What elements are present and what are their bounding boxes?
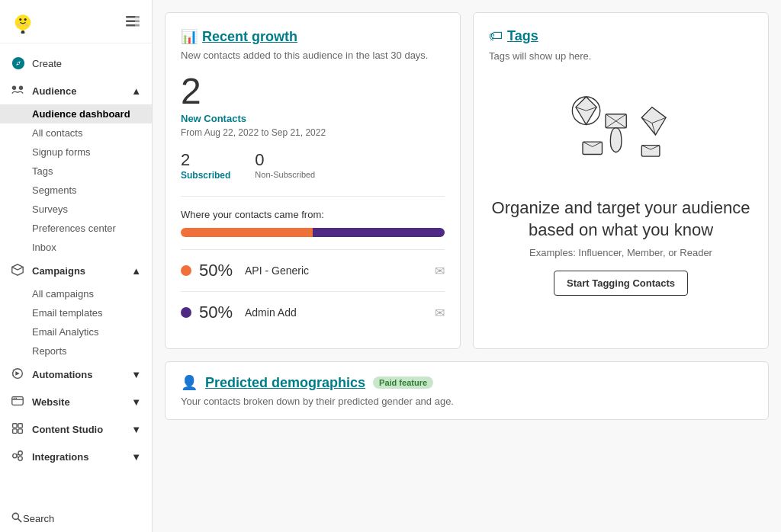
svg-point-18 xyxy=(14,398,15,399)
audience-chevron-icon: ▲ xyxy=(131,85,141,97)
campaigns-icon xyxy=(11,263,26,278)
sidebar-item-signup-forms[interactable]: Signup forms xyxy=(0,143,152,162)
svg-point-19 xyxy=(15,398,17,399)
recent-growth-title[interactable]: Recent growth xyxy=(202,29,297,45)
send-icon-admin[interactable]: ✉ xyxy=(435,306,445,320)
source-pct-admin: 50% xyxy=(199,303,237,322)
search-label: Search xyxy=(23,513,54,524)
tags-title-row: 🏷 Tags xyxy=(489,28,753,44)
sidebar-item-create[interactable]: Create xyxy=(0,50,152,77)
sidebar-section-campaigns[interactable]: Campaigns ▲ xyxy=(0,257,152,284)
campaigns-submenu: All campaigns Email templates Email Anal… xyxy=(0,284,152,361)
svg-rect-23 xyxy=(18,429,22,433)
send-icon-api[interactable]: ✉ xyxy=(435,264,445,278)
source-rows: 50% API - Generic ✉ 50% Admin Add ✉ xyxy=(181,249,445,333)
sidebar-section-integrations[interactable]: Integrations ▼ xyxy=(0,443,152,470)
non-subscribed-stat: 0 Non-Subscribed xyxy=(255,150,315,181)
sidebar-item-tags[interactable]: Tags xyxy=(0,162,152,181)
predicted-demographics-card: 👤 Predicted demographics Paid feature Yo… xyxy=(165,361,769,420)
non-subscribed-count: 0 xyxy=(255,150,315,170)
svg-point-24 xyxy=(13,453,17,457)
svg-rect-22 xyxy=(13,429,17,433)
new-contacts-label: New Contacts xyxy=(181,113,445,124)
sidebar-item-email-analytics[interactable]: Email Analytics xyxy=(0,322,152,341)
website-icon xyxy=(11,394,26,409)
source-row-admin: 50% Admin Add ✉ xyxy=(181,291,445,333)
sidebar-section-automations[interactable]: Automations ▼ xyxy=(0,361,152,388)
source-pct-api: 50% xyxy=(199,261,237,280)
audience-section-label: Audience xyxy=(32,85,77,97)
svg-point-7 xyxy=(21,30,25,34)
contacts-source-progress-bar xyxy=(181,228,445,237)
tags-promo-sub: Examples: Influencer, Member, or Reader xyxy=(489,247,753,258)
svg-point-4 xyxy=(18,24,21,26)
sidebar-section-website[interactable]: Website ▼ xyxy=(0,388,152,415)
tags-title[interactable]: Tags xyxy=(507,28,538,44)
sidebar-header xyxy=(0,0,152,43)
sidebar-item-inbox[interactable]: Inbox xyxy=(0,238,152,257)
svg-rect-14 xyxy=(12,86,16,90)
bar-chart-icon: 📊 xyxy=(181,28,198,45)
sidebar-item-all-contacts[interactable]: All contacts xyxy=(0,123,152,143)
predicted-demographics-title-row: 👤 Predicted demographics Paid feature xyxy=(181,374,753,391)
sidebar-section-content-studio[interactable]: Content Studio ▼ xyxy=(0,415,152,443)
predicted-demographics-subtitle: Your contacts broken down by their predi… xyxy=(181,396,753,407)
growth-divider xyxy=(181,196,445,197)
source-dot-purple xyxy=(181,307,191,318)
svg-point-25 xyxy=(18,451,22,455)
sidebar-item-all-campaigns[interactable]: All campaigns xyxy=(0,284,152,303)
tag-icon: 🏷 xyxy=(489,28,503,44)
source-name-admin: Admin Add xyxy=(245,306,427,319)
source-name-api: API - Generic xyxy=(245,264,427,277)
website-section-label: Website xyxy=(32,396,70,408)
new-contacts-big-number: 2 xyxy=(181,73,445,110)
sidebar-item-surveys[interactable]: Surveys xyxy=(0,200,152,219)
content-studio-chevron-icon: ▼ xyxy=(131,424,141,435)
demographics-icon: 👤 xyxy=(181,374,198,391)
sidebar-search[interactable]: Search xyxy=(0,505,152,532)
subscribed-label: Subscribed xyxy=(181,170,230,181)
automations-icon xyxy=(11,367,26,382)
search-icon xyxy=(11,511,23,526)
source-dot-orange xyxy=(181,265,191,276)
recent-growth-title-row: 📊 Recent growth xyxy=(181,28,445,45)
growth-stats-row: 2 Subscribed 0 Non-Subscribed xyxy=(181,150,445,181)
sidebar-navigation: Create Audience ▲ Audience dashboard All… xyxy=(0,43,152,505)
sidebar-item-audience-dashboard[interactable]: Audience dashboard xyxy=(0,104,152,123)
contacts-from-label: Where your contacts came from: xyxy=(181,209,445,220)
subscribed-count: 2 xyxy=(181,150,230,170)
recent-growth-subtitle: New contacts added to this audience in t… xyxy=(181,50,445,61)
sidebar-toggle-button[interactable] xyxy=(124,14,141,28)
sidebar-item-email-templates[interactable]: Email templates xyxy=(0,303,152,322)
content-studio-icon xyxy=(11,421,26,437)
audience-icon xyxy=(11,83,26,98)
main-content: 📊 Recent growth New contacts added to th… xyxy=(153,0,781,532)
create-label: Create xyxy=(32,58,141,69)
tags-promo-text: Organize and target your audience based … xyxy=(489,197,753,241)
svg-point-2 xyxy=(19,18,21,21)
sidebar-item-preferences-center[interactable]: Preferences center xyxy=(0,219,152,238)
sidebar-item-segments[interactable]: Segments xyxy=(0,181,152,200)
svg-point-26 xyxy=(18,457,22,460)
non-subscribed-label: Non-Subscribed xyxy=(255,170,315,179)
tags-illustration xyxy=(489,74,753,188)
campaigns-section-label: Campaigns xyxy=(32,265,85,277)
integrations-icon xyxy=(11,449,26,464)
mailchimp-logo xyxy=(11,9,35,34)
integrations-chevron-icon: ▼ xyxy=(131,451,141,463)
svg-rect-31 xyxy=(641,146,660,157)
subscribed-stat: 2 Subscribed xyxy=(181,150,230,181)
svg-rect-20 xyxy=(13,424,17,428)
sidebar-section-audience[interactable]: Audience ▲ xyxy=(0,77,152,104)
predicted-demographics-title[interactable]: Predicted demographics xyxy=(205,375,365,391)
recent-growth-card: 📊 Recent growth New contacts added to th… xyxy=(165,12,461,349)
start-tagging-button[interactable]: Start Tagging Contacts xyxy=(554,271,688,296)
sidebar: Create Audience ▲ Audience dashboard All… xyxy=(0,0,153,532)
automations-chevron-icon: ▼ xyxy=(131,369,141,380)
orange-segment xyxy=(181,228,313,237)
sidebar-item-reports[interactable]: Reports xyxy=(0,341,152,361)
integrations-section-label: Integrations xyxy=(32,451,88,463)
tags-card: 🏷 Tags Tags will show up here. xyxy=(473,12,769,349)
tags-placeholder: Tags will show up here. xyxy=(489,50,753,62)
website-chevron-icon: ▼ xyxy=(131,396,141,408)
